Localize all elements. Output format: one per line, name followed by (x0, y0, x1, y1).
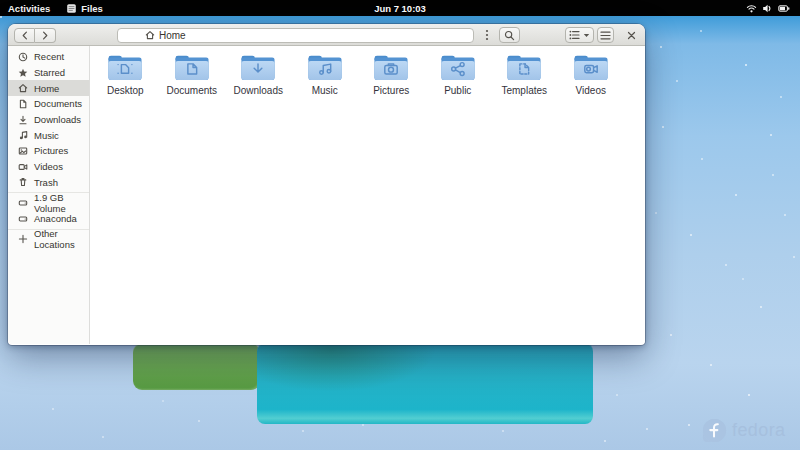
clock-button[interactable]: Jun 7 10:03 (374, 0, 426, 16)
sidebar-item-recent[interactable]: Recent (8, 49, 89, 65)
files-window: Home (8, 24, 645, 345)
sidebar-item-label: 1.9 GB Volume (34, 192, 89, 214)
sidebar-item-downloads[interactable]: Downloads (8, 112, 89, 128)
folder-label: Downloads (234, 85, 283, 96)
files-app-icon (66, 3, 77, 14)
close-button[interactable] (623, 27, 640, 43)
folder-icon (371, 52, 411, 83)
folder-label: Videos (576, 85, 606, 96)
location-options-button[interactable] (479, 28, 495, 43)
app-menu-label: Files (81, 3, 103, 14)
sidebar-item-other-locations[interactable]: Other Locations (8, 232, 89, 248)
app-menu-button[interactable]: Files (58, 0, 111, 16)
image-icon (18, 146, 28, 156)
hamburger-menu-icon (600, 31, 611, 40)
folder-downloads[interactable]: Downloads (225, 52, 292, 96)
sidebar-item-videos[interactable]: Videos (8, 159, 89, 175)
search-icon (504, 30, 515, 41)
folder-templates[interactable]: Templates (491, 52, 558, 96)
folder-icon (438, 52, 478, 83)
folder-icon (504, 52, 544, 83)
folder-music[interactable]: Music (292, 52, 359, 96)
folder-label: Pictures (373, 85, 409, 96)
home-icon (145, 30, 155, 40)
recent-icon (18, 52, 28, 62)
sidebar-item-label: Pictures (34, 145, 68, 156)
activities-button[interactable]: Activities (0, 0, 58, 16)
folder-public[interactable]: Public (425, 52, 492, 96)
folder-grid: Desktop Documents (92, 52, 624, 96)
back-button[interactable] (14, 28, 35, 43)
path-bar[interactable]: Home (117, 28, 474, 43)
folder-label: Public (444, 85, 471, 96)
folder-label: Music (312, 85, 338, 96)
background-window-teal[interactable] (257, 343, 593, 424)
search-button[interactable] (499, 27, 520, 43)
folder-pictures[interactable]: Pictures (358, 52, 425, 96)
fedora-logo: fedora (702, 418, 785, 443)
file-grid: Desktop Documents (90, 46, 645, 344)
view-toggle-button[interactable] (565, 27, 594, 43)
sidebar: Recent Starred Home (8, 46, 90, 344)
wallpaper-speckles (0, 16, 2, 18)
sidebar-item-label: Home (34, 83, 59, 94)
forward-button[interactable] (35, 28, 56, 43)
sidebar-item-label: Anaconda (34, 213, 77, 224)
folder-icon (571, 52, 611, 83)
sidebar-item-label: Videos (34, 161, 63, 172)
folder-icon (305, 52, 345, 83)
folder-documents[interactable]: Documents (159, 52, 226, 96)
system-tray[interactable] (742, 0, 794, 16)
sidebar-item-label: Trash (34, 177, 58, 188)
sidebar-item-label: Documents (34, 98, 82, 109)
background-window-green[interactable] (133, 343, 260, 390)
battery-icon (778, 3, 790, 14)
fedora-logo-mark (702, 418, 727, 443)
folder-videos[interactable]: Videos (558, 52, 625, 96)
sidebar-item-label: Other Locations (34, 228, 89, 250)
folder-label: Documents (166, 85, 217, 96)
volume-icon (762, 3, 773, 14)
sidebar-item-anaconda[interactable]: Anaconda (8, 211, 89, 227)
kebab-menu-icon (485, 29, 489, 41)
chevron-right-icon (41, 31, 49, 40)
folder-desktop[interactable]: Desktop (92, 52, 159, 96)
download-icon (18, 115, 28, 125)
folder-label: Desktop (107, 85, 144, 96)
path-location-label: Home (159, 30, 186, 41)
sidebar-item-label: Starred (34, 67, 65, 78)
sidebar-item-home[interactable]: Home (8, 80, 89, 96)
sidebar-item-label: Recent (34, 51, 64, 62)
sidebar-item-label: Music (34, 130, 59, 141)
star-icon (18, 68, 28, 78)
top-bar: Activities Files Jun 7 10:03 (0, 0, 800, 16)
video-camera-icon (18, 162, 28, 172)
drive-icon (18, 198, 28, 208)
chevron-down-icon (583, 33, 590, 38)
menu-button[interactable] (597, 27, 614, 43)
wifi-icon (746, 3, 757, 14)
sidebar-item-pictures[interactable]: Pictures (8, 143, 89, 159)
sidebar-item-starred[interactable]: Starred (8, 65, 89, 81)
sidebar-item-music[interactable]: Music (8, 127, 89, 143)
folder-icon (172, 52, 212, 83)
fedora-wordmark: fedora (732, 420, 785, 441)
home-icon (18, 83, 28, 93)
history-buttons (14, 28, 56, 43)
list-view-icon (569, 30, 580, 40)
plus-icon (18, 234, 28, 244)
sidebar-item-volume[interactable]: 1.9 GB Volume (8, 195, 89, 211)
folder-icon (238, 52, 278, 83)
desktop: fedora Activities Files Jun 7 10:03 (0, 0, 800, 450)
folder-icon (105, 52, 145, 83)
folder-label: Templates (501, 85, 547, 96)
chevron-left-icon (21, 31, 29, 40)
sidebar-item-label: Downloads (34, 114, 81, 125)
sidebar-item-trash[interactable]: Trash (8, 175, 89, 191)
drive-icon (18, 214, 28, 224)
document-icon (18, 99, 28, 109)
music-note-icon (18, 130, 28, 140)
header-bar: Home (8, 24, 645, 46)
close-icon (627, 31, 636, 40)
sidebar-item-documents[interactable]: Documents (8, 96, 89, 112)
